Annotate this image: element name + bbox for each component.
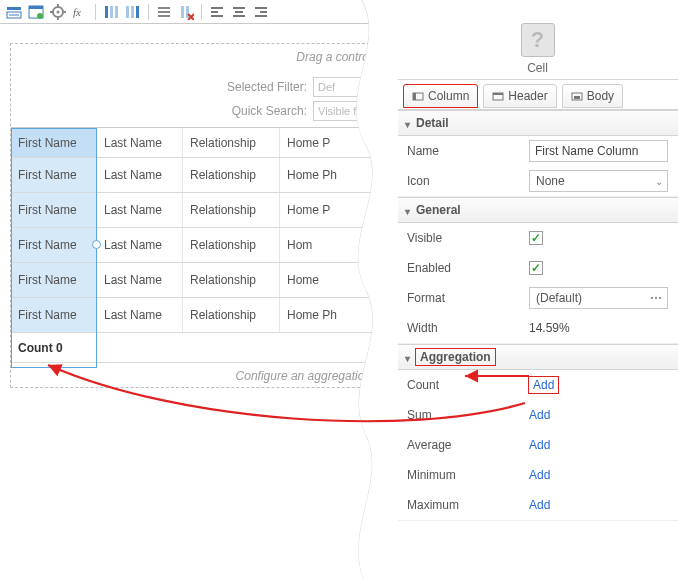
toolbar-fx-icon[interactable]: fx	[70, 2, 90, 22]
section-general: ▾ General Visible ✓ Enabled ✓ Format (De…	[397, 197, 678, 344]
field-label-width: Width	[407, 321, 529, 335]
toolbar-insert-col-left-icon[interactable]	[101, 2, 121, 22]
quick-search-input[interactable]	[313, 101, 373, 121]
section-title: Aggregation	[416, 349, 495, 365]
toolbar-insert-col-right-icon[interactable]	[123, 2, 143, 22]
col-header-relationship[interactable]: Relationship	[183, 128, 280, 157]
agg-label-maximum: Maximum	[407, 498, 529, 512]
toolbar-form-icon[interactable]	[26, 2, 46, 22]
tab-header[interactable]: Header	[483, 84, 556, 108]
agg-add-average[interactable]: Add	[529, 438, 550, 452]
enabled-checkbox[interactable]: ✓	[529, 261, 543, 275]
section-header-aggregation[interactable]: ▾ Aggregation	[397, 344, 678, 370]
svg-rect-16	[126, 6, 129, 18]
chevron-down-icon: ⌄	[655, 176, 663, 187]
svg-rect-0	[7, 7, 21, 10]
svg-rect-15	[115, 6, 118, 18]
icon-dropdown[interactable]: None ⌄	[529, 170, 668, 192]
field-label-visible: Visible	[407, 231, 529, 245]
agg-label-sum: Sum	[407, 408, 529, 422]
col-header-lastname[interactable]: Last Name	[97, 128, 183, 157]
chevron-down-icon: ▾	[405, 119, 410, 130]
toolbar-rows-icon[interactable]	[154, 2, 174, 22]
grid-preview: First Name Last Name Relationship Home P…	[11, 128, 379, 388]
agg-add-sum[interactable]: Add	[529, 408, 550, 422]
svg-rect-38	[493, 93, 503, 95]
width-value: 14.59%	[529, 321, 570, 335]
col-header-homephone[interactable]: Home P	[280, 128, 379, 157]
chevron-down-icon: ▾	[405, 206, 410, 217]
svg-rect-14	[110, 6, 113, 18]
field-label-name: Name	[407, 144, 529, 158]
field-label-enabled: Enabled	[407, 261, 529, 275]
inspector-title: Cell	[527, 61, 548, 75]
svg-rect-21	[158, 15, 170, 17]
tab-label: Column	[428, 89, 469, 103]
grid-row: First Name Last Name Relationship Hom	[11, 228, 379, 263]
column-resize-handle[interactable]	[92, 240, 101, 249]
agg-label-minimum: Minimum	[407, 468, 529, 482]
configure-aggregation-hint: Configure an aggregation	[11, 363, 379, 388]
design-surface: fx Drag a contro Selected F	[0, 0, 392, 580]
field-label-format: Format	[407, 291, 529, 305]
svg-text:fx: fx	[73, 6, 81, 18]
toolbar-settings-icon[interactable]	[48, 2, 68, 22]
section-title: General	[416, 203, 461, 217]
tab-column[interactable]: Column	[403, 84, 478, 108]
col-header-firstname[interactable]: First Name	[11, 128, 97, 157]
ellipsis-icon: ⋯	[650, 291, 663, 305]
tab-label: Body	[587, 89, 614, 103]
field-label-icon: Icon	[407, 174, 529, 188]
svg-rect-18	[136, 6, 139, 18]
svg-rect-13	[105, 6, 108, 18]
grid-row: First Name Last Name Relationship Home P	[11, 193, 379, 228]
help-icon[interactable]: ?	[521, 23, 555, 57]
svg-rect-23	[186, 6, 189, 18]
toolbar-align-left-icon[interactable]	[207, 2, 227, 22]
section-header-detail[interactable]: ▾ Detail	[397, 110, 678, 136]
agg-label-average: Average	[407, 438, 529, 452]
agg-add-minimum[interactable]: Add	[529, 468, 550, 482]
tab-body[interactable]: Body	[562, 84, 623, 108]
toolbar-align-right-icon[interactable]	[251, 2, 271, 22]
view-canvas[interactable]: Drag a contro Selected Filter: Quick Sea…	[10, 43, 380, 388]
svg-rect-22	[181, 6, 184, 18]
agg-label-count: Count	[407, 378, 529, 392]
selected-filter-label: Selected Filter:	[227, 80, 307, 94]
tab-label: Header	[508, 89, 547, 103]
combo-value: (Default)	[536, 291, 582, 305]
agg-add-maximum[interactable]: Add	[529, 498, 550, 512]
selected-filter-input[interactable]	[313, 77, 373, 97]
aggregation-summary: Count 0	[11, 333, 379, 363]
section-header-general[interactable]: ▾ General	[397, 197, 678, 223]
grid-row: First Name Last Name Relationship Home	[11, 263, 379, 298]
toolbar-data-source-icon[interactable]	[4, 2, 24, 22]
section-aggregation: ▾ Aggregation Count Add Sum Add Average …	[397, 344, 678, 521]
svg-point-5	[37, 13, 43, 19]
drag-hint-text: Drag a contro	[11, 44, 379, 70]
tab-icon	[571, 90, 583, 102]
inspector-tabs: Column Header Body	[397, 80, 678, 110]
svg-rect-40	[574, 96, 580, 99]
svg-rect-20	[158, 11, 170, 13]
tab-icon	[492, 90, 504, 102]
toolbar-delete-col-icon[interactable]	[176, 2, 196, 22]
grid-row: First Name Last Name Relationship Home P…	[11, 158, 379, 193]
combo-value: None	[536, 174, 565, 188]
section-detail: ▾ Detail Name Icon None ⌄	[397, 110, 678, 197]
agg-add-count[interactable]: Add	[529, 377, 558, 393]
svg-rect-17	[131, 6, 134, 18]
visible-checkbox[interactable]: ✓	[529, 231, 543, 245]
format-picker[interactable]: (Default) ⋯	[529, 287, 668, 309]
properties-panel: ? Cell Column Header Body ▾ Detail	[396, 0, 678, 580]
name-input[interactable]	[529, 140, 668, 162]
tab-icon	[412, 90, 424, 102]
svg-rect-4	[29, 6, 43, 9]
filter-bar: Selected Filter: Quick Search:	[11, 70, 379, 128]
inspector-header: ? Cell	[397, 0, 678, 80]
svg-rect-19	[158, 7, 170, 9]
svg-point-7	[57, 10, 60, 13]
svg-rect-36	[413, 93, 416, 100]
toolbar-align-center-icon[interactable]	[229, 2, 249, 22]
toolbar: fx	[0, 0, 392, 24]
